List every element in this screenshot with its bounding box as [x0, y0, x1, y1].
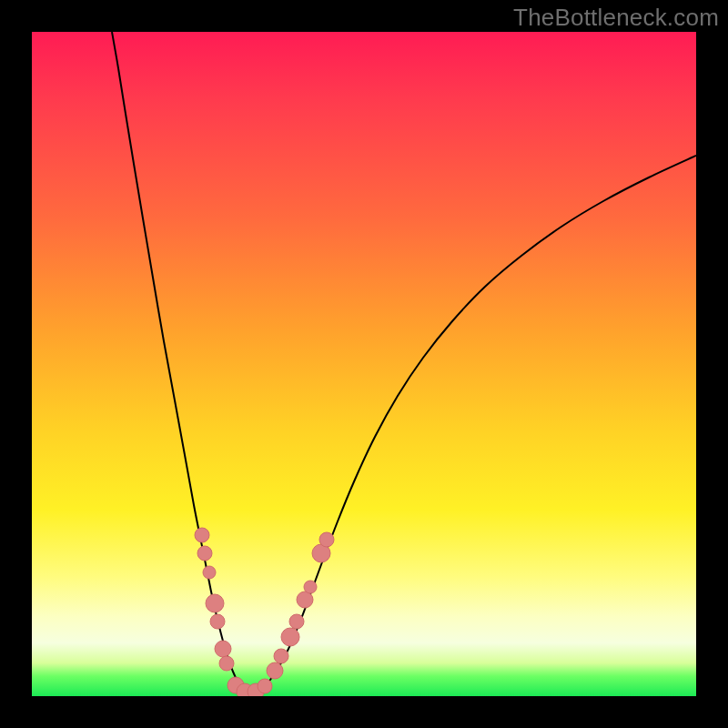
- marker-dot: [281, 628, 299, 646]
- curve-svg: [32, 32, 696, 696]
- marker-dot: [267, 662, 283, 679]
- marker-dot: [215, 641, 231, 657]
- marker-dot: [319, 532, 334, 547]
- marker-dot: [197, 546, 212, 561]
- marker-dot: [274, 649, 288, 663]
- marker-dot: [206, 594, 224, 612]
- marker-dot: [203, 566, 216, 579]
- marker-dot: [219, 656, 234, 671]
- marker-dot: [195, 528, 209, 542]
- marker-group: [195, 528, 334, 696]
- plot-area: [32, 32, 696, 696]
- curve-left: [112, 32, 250, 693]
- chart-frame: TheBottleneck.com: [0, 0, 728, 728]
- watermark-text: TheBottleneck.com: [513, 4, 719, 32]
- marker-dot: [210, 614, 225, 629]
- marker-dot: [297, 592, 313, 608]
- marker-dot: [304, 581, 317, 593]
- curve-right: [250, 156, 696, 693]
- marker-dot: [258, 679, 272, 693]
- marker-dot: [289, 614, 304, 629]
